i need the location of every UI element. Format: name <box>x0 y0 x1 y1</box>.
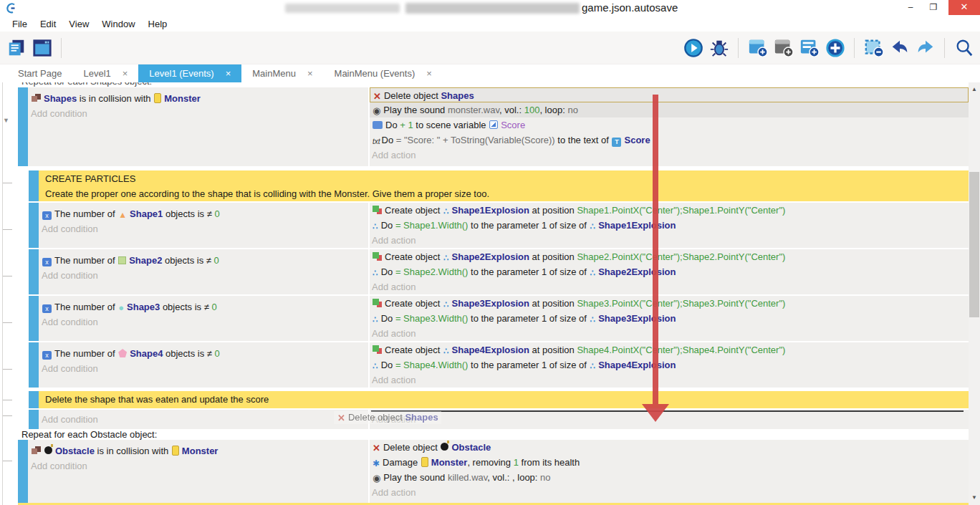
delete-icon <box>373 92 381 101</box>
comment-delete-shape[interactable]: Delete the shape that was eaten and upda… <box>29 391 969 408</box>
scroll-up-icon[interactable]: ▲ <box>969 84 980 95</box>
tab-level1-events[interactable]: Level1 (Events) × <box>138 64 241 82</box>
add-action-button[interactable]: Add action <box>370 372 969 388</box>
add-action-button[interactable]: Add action <box>370 233 969 248</box>
vertical-scrollbar[interactable]: ▲ ▼ <box>969 82 980 505</box>
action-increment-score[interactable]: Do + 1 to scene variable Score <box>370 117 969 133</box>
add-condition-button[interactable]: Add condition <box>28 106 368 121</box>
scroll-down-icon[interactable]: ▼ <box>969 492 980 504</box>
menu-file[interactable]: File <box>6 17 34 31</box>
restore-button[interactable]: ❐ <box>923 0 944 15</box>
comment-create-particles[interactable]: CREATE PARTICLES Create the proper one a… <box>29 170 969 201</box>
tab-close-icon[interactable]: × <box>426 68 432 79</box>
add-condition-button[interactable]: Add condition <box>39 361 368 376</box>
add-action-button[interactable]: Add action <box>370 148 969 163</box>
menu-help[interactable]: Help <box>142 17 174 31</box>
shape3-icon <box>118 304 124 312</box>
conditions-column: Add condition <box>39 410 370 429</box>
event-repeat-obstacle: Obstacle is in collision with Monster Ad… <box>18 440 969 504</box>
count-icon <box>42 351 52 360</box>
add-action-button[interactable]: Add action <box>370 485 969 500</box>
close-button[interactable]: ✕ <box>948 0 980 15</box>
particle-icon <box>590 315 596 324</box>
action-delete-shapes[interactable]: Delete object Shapes <box>370 87 969 102</box>
add-condition-button[interactable]: Add condition <box>39 412 368 427</box>
project-manager-icon[interactable] <box>6 37 27 58</box>
event-color-bar <box>29 342 39 388</box>
tab-mainmenu[interactable]: MainMenu × <box>241 64 323 82</box>
menu-view[interactable]: View <box>62 17 95 31</box>
redacted-path-blur <box>285 4 400 13</box>
add-scene-icon[interactable] <box>747 37 768 58</box>
particle-icon <box>590 222 596 231</box>
event-shape3: The number of Shape3 objects is ≠ 0 Add … <box>29 296 969 341</box>
collapse-arrow-icon[interactable]: ▼ <box>3 117 9 124</box>
toolbar-separator <box>738 38 739 58</box>
add-external-events-icon[interactable] <box>799 37 820 58</box>
condition-shape2-count[interactable]: The number of Shape2 objects is ≠ 0 <box>39 253 368 268</box>
tab-level1[interactable]: Level1 × <box>72 64 138 82</box>
menu-window[interactable]: Window <box>95 17 141 31</box>
action-size-shape2explosion[interactable]: Do = Shape2.Width() to the parameter 1 o… <box>370 264 969 279</box>
add-extension-icon[interactable] <box>825 37 845 58</box>
add-external-layout-icon[interactable] <box>773 37 794 58</box>
action-create-shape1explosion[interactable]: Create object Shape1Explosion at positio… <box>370 203 969 218</box>
add-action-button[interactable]: Add action <box>370 279 969 294</box>
action-play-sound-killed[interactable]: Play the sound killed.wav, vol.: , loop:… <box>370 470 969 485</box>
condition-shape4-count[interactable]: The number of Shape4 objects is ≠ 0 <box>39 346 368 361</box>
add-condition-button[interactable]: Add condition <box>28 458 368 473</box>
tab-close-icon[interactable]: × <box>307 68 313 79</box>
menu-bar: File Edit View Window Help <box>0 16 980 32</box>
action-size-shape1explosion[interactable]: Do = Shape1.Width() to the parameter 1 o… <box>370 218 969 233</box>
create-icon <box>373 299 382 307</box>
particle-icon <box>590 362 596 370</box>
add-condition-button[interactable]: Add condition <box>39 314 368 330</box>
event-repeat-obstacle-header[interactable]: Repeat for each Obstacle object: <box>18 429 969 440</box>
condition-obstacle-collision[interactable]: Obstacle is in collision with Monster <box>28 443 368 458</box>
scene-variable-icon <box>489 120 498 129</box>
condition-shape3-count[interactable]: The number of Shape3 objects is ≠ 0 <box>39 299 368 314</box>
event-color-bar <box>29 410 39 429</box>
redo-icon[interactable] <box>915 37 936 58</box>
text-object-icon <box>612 138 621 147</box>
events-list: Repeat for each Shapes object: Shapes is… <box>18 82 969 505</box>
add-action-button[interactable]: Add action <box>370 326 969 341</box>
undo-icon[interactable] <box>889 37 910 58</box>
tab-close-icon[interactable]: × <box>123 68 128 79</box>
menu-edit[interactable]: Edit <box>34 17 62 31</box>
annotation-arrowhead-icon <box>642 404 669 422</box>
action-delete-obstacle[interactable]: Delete object Obstacle <box>370 440 969 455</box>
tab-close-icon[interactable]: × <box>226 68 231 79</box>
action-create-shape2explosion[interactable]: Create object Shape2Explosion at positio… <box>370 249 969 264</box>
event-repeat-shapes-header[interactable]: Repeat for each Shapes object: <box>18 82 969 87</box>
scene-editor-window-icon[interactable] <box>32 37 52 58</box>
count-icon <box>42 211 52 220</box>
add-condition-button[interactable]: Add condition <box>39 268 368 283</box>
scrollbar-thumb[interactable] <box>969 172 979 317</box>
monster-icon <box>421 457 428 467</box>
action-size-shape3explosion[interactable]: Do = Shape3.Width() to the parameter 1 o… <box>370 311 969 326</box>
action-set-score-text[interactable]: Do = "Score: " + ToString(Variable(Score… <box>370 133 969 148</box>
add-action-button[interactable]: Add action <box>370 412 969 427</box>
tab-mainmenu-events[interactable]: MainMenu (Events) × <box>324 64 443 82</box>
action-play-sound-monster[interactable]: Play the sound monster.wav, vol.: 100, l… <box>370 102 969 117</box>
search-icon[interactable] <box>953 37 974 58</box>
add-condition-button[interactable]: Add condition <box>39 221 368 236</box>
particle-icon <box>590 269 596 277</box>
tab-start-page[interactable]: Start Page <box>7 64 72 82</box>
event-color-bar <box>29 296 39 341</box>
action-size-shape4explosion[interactable]: Do = Shape4.Width() to the parameter 1 o… <box>370 357 969 372</box>
debug-icon[interactable] <box>708 37 729 58</box>
bomb-icon <box>44 446 52 454</box>
event-repeat-shapes: Shapes is in collision with Monster Add … <box>18 87 969 166</box>
condition-shape1-count[interactable]: The number of Shape1 objects is ≠ 0 <box>39 206 368 221</box>
hide-panel-icon[interactable] <box>863 37 884 58</box>
condition-shapes-collision[interactable]: Shapes is in collision with Monster <box>28 91 368 106</box>
play-icon[interactable] <box>683 37 703 58</box>
action-damage-monster[interactable]: Damage Monster, removing 1 from its heal… <box>370 455 969 470</box>
minimize-button[interactable]: – <box>900 0 921 15</box>
event-color-bar <box>18 87 28 166</box>
damage-icon <box>373 459 380 468</box>
action-create-shape4explosion[interactable]: Create object Shape4Explosion at positio… <box>370 342 969 357</box>
action-create-shape3explosion[interactable]: Create object Shape3Explosion at positio… <box>370 296 969 311</box>
